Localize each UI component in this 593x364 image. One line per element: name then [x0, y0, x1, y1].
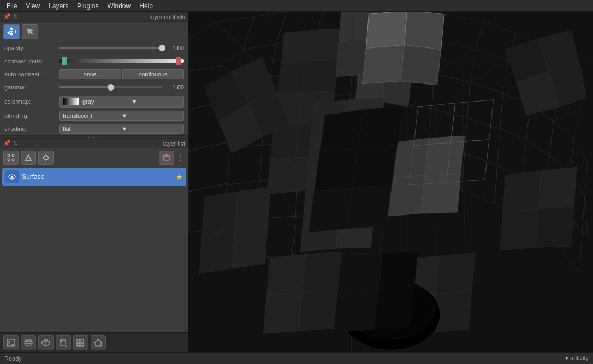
- layer-list-header: 📌 ↻ layer list: [0, 139, 188, 148]
- svg-rect-20: [77, 339, 80, 342]
- colormap-label: colormap:: [4, 98, 59, 105]
- menu-layers[interactable]: Layers: [44, 1, 73, 11]
- svg-point-0: [11, 31, 13, 33]
- home-button[interactable]: [91, 335, 106, 350]
- svg-rect-6: [164, 156, 169, 160]
- canvas-area[interactable]: [188, 12, 593, 352]
- opacity-value: 1.00: [162, 45, 184, 51]
- menu-plugins[interactable]: Plugins: [73, 1, 103, 11]
- blending-row: blending: translucent ▼: [0, 109, 188, 122]
- status-ready: Ready: [4, 355, 22, 362]
- 3d-button[interactable]: [38, 335, 54, 350]
- mesh-viewport: [188, 12, 593, 352]
- add-labels-button[interactable]: [38, 151, 54, 165]
- header-pin-icon: 📌: [3, 13, 11, 20]
- shading-row: shading: flat ▼: [0, 122, 188, 135]
- layer-controls-header: 📌 ↻ layer controls: [0, 12, 188, 22]
- shading-label: shading:: [4, 126, 59, 132]
- 2d-layers-button[interactable]: [21, 335, 36, 350]
- layer-list-title: layer list: [163, 140, 185, 147]
- layer-star-button[interactable]: ★: [176, 172, 183, 181]
- layers-2d-icon: [24, 339, 33, 347]
- blending-arrow-icon: ▼: [122, 112, 181, 119]
- menu-help[interactable]: Help: [135, 1, 157, 11]
- activity-button[interactable]: ▾ activity: [565, 355, 589, 362]
- layer-toolbar: ⋮: [0, 148, 188, 167]
- select-points-button[interactable]: [3, 151, 19, 165]
- menubar: File View Layers Plugins Window Help: [0, 0, 593, 12]
- statusbar: Ready ▾ activity: [0, 352, 593, 364]
- add-shapes-button[interactable]: [21, 151, 36, 165]
- svg-point-10: [11, 176, 13, 178]
- gamma-value: 1.00: [162, 84, 184, 91]
- blending-label: blending:: [4, 112, 59, 119]
- contrast-left-handle[interactable]: [62, 57, 67, 65]
- layer-controls-section: 📌 ↻ layer controls: [0, 12, 188, 135]
- header-refresh-icon: ↻: [13, 13, 18, 20]
- contrast-slider[interactable]: [59, 57, 184, 65]
- auto-contrast-row: auto-contrast: once continuous: [0, 68, 188, 81]
- svg-rect-15: [25, 344, 32, 345]
- auto-continuous-button[interactable]: continuous: [122, 69, 185, 79]
- shapes-icon: [25, 154, 32, 162]
- select-button[interactable]: [22, 24, 38, 39]
- menu-window[interactable]: Window: [103, 1, 135, 11]
- move-icon: [7, 27, 16, 37]
- shading-dropdown[interactable]: flat ▼: [59, 124, 184, 134]
- move-button[interactable]: [3, 24, 20, 39]
- colormap-arrow-icon: ▼: [132, 98, 181, 105]
- left-panel: 📌 ↻ layer controls: [0, 12, 188, 352]
- bottom-toolbar: [0, 332, 188, 352]
- auto-once-button[interactable]: once: [59, 69, 121, 79]
- menu-file[interactable]: File: [2, 1, 21, 11]
- contrast-row: contrast limits:: [0, 55, 188, 68]
- layer-name: Surface: [22, 173, 176, 181]
- layer-list-section: 📌 ↻ layer list: [0, 139, 188, 332]
- eye-icon: [8, 174, 16, 180]
- blending-dropdown[interactable]: translucent ▼: [59, 111, 184, 121]
- opacity-slider[interactable]: [59, 44, 162, 52]
- svg-point-1: [8, 154, 10, 157]
- labels-icon: [42, 154, 50, 162]
- layer-list-refresh-icon: ↻: [13, 140, 18, 147]
- svg-rect-14: [25, 340, 32, 342]
- menu-view[interactable]: View: [21, 1, 44, 11]
- opacity-label: opacity:: [4, 45, 59, 51]
- layer-menu-button[interactable]: ⋮: [176, 151, 185, 165]
- svg-point-2: [12, 154, 14, 157]
- svg-point-3: [8, 159, 10, 161]
- colormap-dropdown[interactable]: gray ▼: [59, 96, 184, 108]
- blending-value: translucent: [63, 112, 122, 119]
- shading-arrow-icon: ▼: [122, 126, 181, 132]
- shading-value: flat: [63, 126, 122, 132]
- delete-icon: [163, 154, 170, 162]
- gamma-row: gamma: 1.00: [0, 81, 188, 94]
- contrast-right-handle[interactable]: [176, 57, 181, 65]
- svg-point-4: [12, 159, 14, 161]
- svg-marker-24: [94, 339, 102, 346]
- layer-item[interactable]: Surface ★: [2, 168, 186, 186]
- opacity-row: opacity: 1.00: [0, 41, 188, 55]
- cube-icon: [41, 339, 50, 347]
- main-content: 📌 ↻ layer controls: [0, 12, 593, 352]
- box-icon: [59, 339, 68, 347]
- auto-contrast-buttons: once continuous: [59, 69, 184, 79]
- grid-icon: [76, 339, 85, 347]
- layer-controls-title: layer controls: [150, 14, 185, 20]
- delete-layer-button[interactable]: [159, 151, 174, 165]
- grid-3d-button[interactable]: [56, 335, 71, 350]
- layer-visibility-button[interactable]: [5, 170, 19, 183]
- svg-rect-23: [81, 343, 84, 346]
- colormap-value: gray: [82, 98, 132, 105]
- gamma-label: gamma:: [4, 84, 59, 91]
- layer-list-pin-icon: 📌: [3, 140, 11, 147]
- svg-rect-21: [81, 339, 84, 342]
- grid-view-button[interactable]: [73, 335, 88, 350]
- gamma-slider[interactable]: [59, 83, 162, 92]
- console-button[interactable]: [3, 335, 19, 350]
- home-icon: [94, 339, 103, 347]
- colormap-preview: [63, 97, 79, 106]
- svg-rect-11: [7, 339, 15, 346]
- points-icon: [7, 154, 15, 162]
- colormap-row: colormap: gray ▼: [0, 94, 188, 109]
